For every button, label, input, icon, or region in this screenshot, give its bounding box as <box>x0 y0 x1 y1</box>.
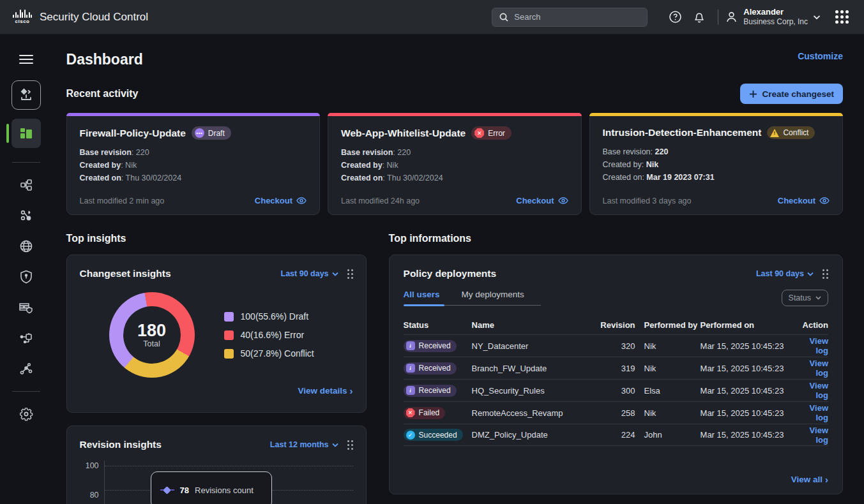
recent-activity-cards: Firewall-Policy-Update ••• Draft Base re… <box>66 113 843 215</box>
recent-activity-heading: Recent activity <box>66 88 139 100</box>
checkout-link[interactable]: Checkout <box>255 196 307 205</box>
legend-item-error: 40(16.6%) Error <box>224 330 314 340</box>
changeset-card-title: Web-App-Whitelist-Update <box>341 128 466 139</box>
changeset-card-title: Intrusion-Detection-Enhancement <box>603 127 762 138</box>
sidebar-divider <box>12 162 40 163</box>
status-badge-conflict: Conflict <box>767 126 815 139</box>
table-row[interactable]: iReceived Branch_FW_Update 319 Nik Mar 1… <box>404 357 828 379</box>
sidebar-divider <box>12 391 40 392</box>
eye-icon <box>819 197 830 204</box>
view-all-link[interactable]: View all <box>791 475 822 484</box>
eye-icon <box>558 197 568 204</box>
sidebar-item-globe-icon[interactable] <box>11 233 41 260</box>
sidebar-item-dashboard[interactable] <box>11 119 41 148</box>
top-informations-heading: Top informations <box>389 233 843 244</box>
sidebar-item-settings-gear-icon[interactable] <box>11 401 41 427</box>
sidebar-item-firewall-icon[interactable] <box>11 294 41 321</box>
chevron-down-icon <box>332 443 338 447</box>
range-dropdown[interactable]: Last 12 months <box>270 440 338 449</box>
error-x-icon: ✕ <box>474 128 484 138</box>
revision-line-chart: 100 80 78 Revisions count <box>80 461 353 504</box>
view-log-link[interactable]: View log <box>810 359 828 378</box>
drag-handle-icon[interactable] <box>822 269 828 279</box>
table-row[interactable]: iReceived HQ_Security_Rules 300 Elsa Mar… <box>404 379 828 401</box>
sidebar-item-changeset-workspace[interactable] <box>11 80 41 110</box>
info-icon: i <box>406 364 415 373</box>
view-log-link[interactable]: View log <box>810 403 828 422</box>
view-details-link[interactable]: View details <box>298 386 347 396</box>
search-box[interactable] <box>492 8 648 27</box>
status-badge-received: iReceived <box>404 385 457 397</box>
legend-item-draft: 100(55.6%) Draft <box>224 311 314 322</box>
chevron-right-icon: › <box>825 474 828 485</box>
top-insights-heading: Top insights <box>66 233 367 244</box>
eye-icon <box>296 197 307 204</box>
revision-insights-title: Revision insights <box>80 439 162 450</box>
chevron-down-icon <box>807 272 814 276</box>
help-icon[interactable] <box>663 5 687 29</box>
sidebar-item-shield-icon[interactable] <box>11 263 41 290</box>
app-switcher-icon[interactable] <box>830 5 854 29</box>
tab-all-users[interactable]: All users <box>404 290 440 299</box>
user-avatar-icon <box>725 10 738 24</box>
topbar: cisco Security Cloud Control Alexander B… <box>0 0 864 34</box>
chevron-down-icon <box>813 15 821 20</box>
chevron-right-icon: › <box>350 385 353 396</box>
sidebar-item-network-icon[interactable] <box>11 325 41 352</box>
checkout-link[interactable]: Checkout <box>778 196 830 205</box>
changeset-insights-card: Changeset insights Last 90 days <box>66 255 367 413</box>
changeset-card[interactable]: Web-App-Whitelist-Update ✕ Error Base re… <box>328 113 581 215</box>
last-modified-text: Last modified 3 days ago <box>603 196 692 205</box>
user-org: Business Corp, Inc <box>743 17 808 27</box>
changeset-card[interactable]: Firewall-Policy-Update ••• Draft Base re… <box>66 113 320 215</box>
last-modified-text: Last modified 2 min ago <box>80 196 165 205</box>
customize-link[interactable]: Customize <box>798 51 843 61</box>
range-dropdown[interactable]: Last 90 days <box>756 269 814 278</box>
deployments-tabs: All users My deployments <box>404 290 524 306</box>
table-row[interactable]: ✕Failed RemoteAccess_Revamp 258 Nik Mar … <box>404 401 828 424</box>
view-log-link[interactable]: View log <box>810 336 828 355</box>
create-changeset-button[interactable]: Create changeset <box>740 84 843 104</box>
chevron-down-icon <box>815 296 821 300</box>
donut-legend: 100(55.6%) Draft 40(16.6%) Error 50(27.8… <box>224 311 314 359</box>
status-filter-select[interactable]: Status <box>782 290 828 306</box>
sidebar <box>0 34 52 504</box>
policy-deployments-title: Policy deployments <box>404 268 497 279</box>
range-dropdown[interactable]: Last 90 days <box>281 269 338 278</box>
deployments-table: Status Name Revision Performed by Perfor… <box>404 315 828 446</box>
status-badge-succeeded: ✓Succeeded <box>404 429 463 441</box>
app-title: Security Cloud Control <box>40 11 148 24</box>
drag-handle-icon[interactable] <box>347 269 353 279</box>
brand: cisco Security Cloud Control <box>13 10 148 24</box>
changeset-card-title: Firewall-Policy-Update <box>80 128 186 139</box>
search-input[interactable] <box>514 12 640 22</box>
last-modified-text: Last modified 24h ago <box>341 196 420 205</box>
status-badge-received: iReceived <box>404 362 457 374</box>
sidebar-item-ai-ops-icon[interactable] <box>11 355 41 382</box>
table-row[interactable]: iReceived NY_Datacenter 320 Nik Mar 15, … <box>404 334 828 357</box>
policy-deployments-card: Policy deployments Last 90 days <box>389 255 843 494</box>
user-menu[interactable]: Alexander Business Corp, Inc <box>725 7 821 27</box>
sidebar-item-topology-icon[interactable] <box>11 172 41 198</box>
view-log-link[interactable]: View log <box>810 381 828 400</box>
donut-total: 180 <box>137 322 166 339</box>
drag-handle-icon[interactable] <box>347 440 353 450</box>
sidebar-item-workflow-icon[interactable] <box>11 202 41 229</box>
donut-total-label: Total <box>143 339 160 348</box>
revision-insights-card: Revision insights Last 12 months 100 <box>66 426 367 504</box>
checkout-link[interactable]: Checkout <box>516 196 568 205</box>
main-content: Dashboard Customize Recent activity Crea… <box>52 34 864 504</box>
status-badge-received: iReceived <box>404 340 457 352</box>
table-row[interactable]: ✓Succeeded DMZ_Policy_Update 224 John Ma… <box>404 424 828 446</box>
tab-my-deployments[interactable]: My deployments <box>462 290 524 299</box>
info-icon: i <box>406 341 415 350</box>
changeset-insights-title: Changeset insights <box>80 268 171 279</box>
legend-item-conflict: 50(27.8%) Conflict <box>224 348 314 359</box>
draft-ellipsis-icon: ••• <box>195 128 204 138</box>
notifications-bell-icon[interactable] <box>687 5 711 29</box>
search-icon <box>499 12 509 22</box>
menu-hamburger-icon[interactable] <box>11 46 41 73</box>
view-log-link[interactable]: View log <box>810 426 828 445</box>
changeset-card[interactable]: Intrusion-Detection-Enhancement Conflict… <box>589 113 843 215</box>
status-badge-draft: ••• Draft <box>192 126 231 140</box>
